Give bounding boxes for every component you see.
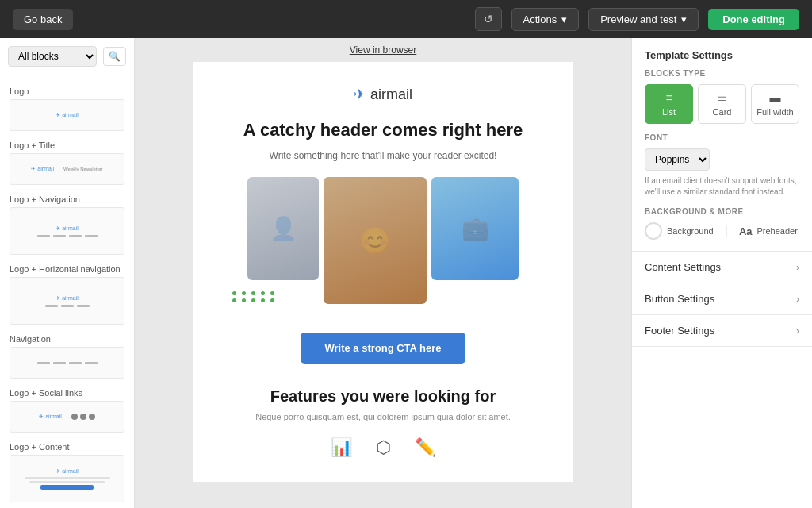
font-group: FONT Poppins If an email client doesn't …	[645, 133, 799, 198]
sidebar-blocks: Logo ✈ airmail Logo + Title ✈ airmail We…	[0, 75, 134, 508]
blocks-type-label: BLOCKS TYPE	[645, 69, 799, 78]
sidebar-item-nav[interactable]: Navigation	[0, 329, 134, 383]
decorative-dots	[232, 291, 277, 302]
hnav-dot-1	[45, 305, 58, 307]
social-icon-2	[80, 414, 86, 420]
dot-9	[261, 298, 265, 302]
block-type-fullwidth-button[interactable]: ▬ Full width	[751, 84, 799, 124]
list-icon: ≡	[665, 91, 672, 104]
content-settings-section[interactable]: Content Settings ›	[632, 252, 812, 283]
sidebar-search-button[interactable]: 🔍	[103, 47, 126, 66]
blocks-filter-select[interactable]: All blocks	[8, 46, 97, 67]
sidebar-item-logo-hnav-preview: ✈ airmail	[10, 277, 124, 325]
logo-content-cta	[40, 485, 94, 490]
sidebar-item-logo-nav-preview: ✈ airmail	[10, 207, 124, 255]
logo-content-line2	[29, 481, 105, 483]
button-settings-label: Button Settings	[645, 293, 714, 305]
preview-button[interactable]: Preview and test ▾	[588, 8, 699, 31]
social-icon-1	[71, 414, 78, 420]
hnav-dot-2	[61, 305, 74, 307]
actions-button[interactable]: Actions ▾	[511, 8, 580, 31]
dot-1	[232, 291, 236, 295]
logo-social-row: ✈ airmail	[39, 414, 95, 420]
font-label: FONT	[645, 133, 799, 142]
search-icon: 🔍	[109, 51, 121, 62]
actions-label: Actions	[523, 13, 557, 25]
preview-chevron-icon: ▾	[681, 13, 687, 25]
sidebar-item-logo-hnav-label: Logo + Horizontal navigation	[10, 264, 124, 274]
feature-icon-2: ⬡	[376, 437, 391, 458]
sidebar-item-logo-title-preview: ✈ airmail Weekly Newsletter	[10, 153, 124, 185]
sidebar-header: All blocks 🔍	[0, 38, 134, 75]
logo-hnav-logo: ✈ airmail	[56, 295, 79, 302]
sidebar-item-logo-title[interactable]: Logo + Title ✈ airmail Weekly Newsletter	[0, 136, 134, 190]
content-settings-chevron-icon: ›	[796, 262, 799, 273]
sidebar-item-logo[interactable]: Logo ✈ airmail	[0, 82, 134, 136]
email-images: 👤 😊 💼	[224, 177, 542, 304]
background-swatch[interactable]	[645, 222, 662, 240]
history-button[interactable]: ↺	[475, 7, 502, 31]
footer-settings-section[interactable]: Footer Settings ›	[632, 315, 812, 347]
canvas: View in browser ✈ airmail A catchy heade…	[135, 38, 631, 508]
dot-6	[232, 298, 236, 302]
email-logo: ✈ airmail	[354, 86, 412, 103]
sidebar-item-logo-content[interactable]: Logo + Content ✈ airmail	[0, 437, 134, 507]
logo-title-text: Weekly Newsletter	[63, 167, 103, 171]
font-select[interactable]: Poppins	[645, 148, 710, 171]
nav-only-dot-1	[37, 362, 50, 364]
footer-settings-chevron-icon: ›	[796, 325, 799, 337]
airmail-logo-text: airmail	[370, 87, 412, 103]
email-image-center: 😊	[324, 177, 427, 304]
background-row: Background | Aa Preheader	[645, 222, 799, 240]
nav-dot-1	[37, 235, 50, 237]
done-editing-button[interactable]: Done editing	[708, 9, 799, 30]
sidebar-item-logo-nav-label: Logo + Navigation	[10, 194, 124, 204]
sidebar-item-logo-nav[interactable]: Logo + Navigation ✈ airmail	[0, 190, 134, 260]
footer-settings-label: Footer Settings	[645, 325, 714, 337]
block-type-list-button[interactable]: ≡ List	[645, 84, 693, 124]
background-text[interactable]: Background	[667, 226, 714, 236]
separator: |	[725, 224, 728, 238]
logo-nav-logo: ✈ airmail	[56, 225, 79, 232]
logo-hnav-dots	[45, 305, 90, 307]
sidebar-item-logo-social-label: Logo + Social links	[10, 388, 124, 398]
feature-icon-1: 📊	[331, 437, 352, 458]
sidebar-item-logo-label: Logo	[10, 87, 124, 96]
blocks-type-group: BLOCKS TYPE ≡ List ▭ Card ▬ Full width	[645, 69, 799, 124]
features-heading: Features you were looking for	[270, 387, 496, 406]
preheader-label[interactable]: Preheader	[757, 226, 798, 236]
fullwidth-label: Full width	[756, 107, 793, 117]
social-icons	[71, 414, 95, 420]
background-group: BACKGROUND & MORE Background | Aa Prehea…	[645, 207, 799, 240]
nav-only-dots	[37, 362, 98, 364]
right-panel: Template Settings BLOCKS TYPE ≡ List ▭ C…	[631, 38, 812, 508]
view-in-browser-link[interactable]: View in browser	[350, 44, 416, 56]
button-settings-chevron-icon: ›	[796, 294, 799, 305]
email-image-left: 👤	[247, 177, 319, 280]
feature-icon-3: ✏️	[415, 437, 436, 458]
image-center-placeholder: 😊	[359, 225, 391, 256]
go-back-button[interactable]: Go back	[13, 9, 73, 30]
block-type-card-button[interactable]: ▭ Card	[698, 84, 746, 124]
image-left-placeholder: 👤	[270, 215, 297, 241]
sidebar-item-logo-hnav[interactable]: Logo + Horizontal navigation ✈ airmail	[0, 260, 134, 329]
background-label: BACKGROUND & MORE	[645, 207, 799, 216]
sidebar-item-logo-preview: ✈ airmail	[10, 99, 124, 131]
sidebar-item-logo-social[interactable]: Logo + Social links ✈ airmail	[0, 383, 134, 437]
list-label: List	[662, 107, 676, 117]
nav-dot-4	[85, 235, 98, 237]
features-icons-row: 📊 ⬡ ✏️	[331, 437, 436, 458]
image-right-placeholder: 💼	[462, 215, 489, 241]
dot-3	[251, 291, 255, 295]
email-image-right: 💼	[431, 177, 519, 280]
preheader-aa-label[interactable]: Aa	[739, 225, 753, 237]
logo-preview-text: ✈ airmail	[56, 112, 79, 118]
logo-nav-dots	[37, 235, 98, 237]
dot-4	[261, 291, 265, 295]
cta-button[interactable]: Write a strong CTA here	[301, 333, 465, 364]
nav-only-dot-2	[53, 362, 66, 364]
dot-5	[270, 291, 274, 295]
button-settings-section[interactable]: Button Settings ›	[632, 283, 812, 315]
email-subheading: Write something here that'll make your r…	[270, 150, 497, 161]
main-layout: All blocks 🔍 Logo ✈ airmail Logo + Title	[0, 38, 812, 508]
